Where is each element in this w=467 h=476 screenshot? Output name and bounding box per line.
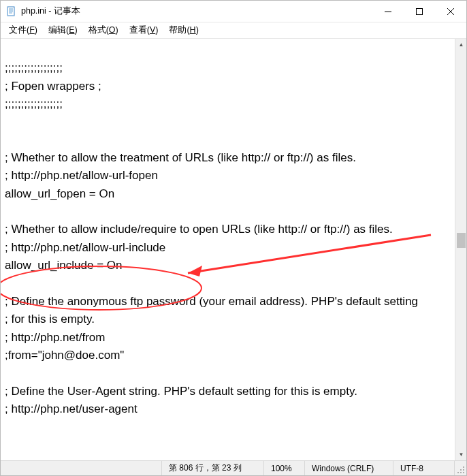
status-encoding: UTF-8 (393, 461, 454, 475)
minimize-button[interactable] (372, 1, 404, 22)
svg-point-12 (457, 472, 459, 473)
title-bar: php.ini - 记事本 (1, 1, 466, 22)
svg-point-14 (463, 472, 464, 473)
svg-point-13 (460, 472, 462, 473)
text-content[interactable]: ;;;;;;;;;;;;;;;;;; ; Fopen wrappers ; ;;… (1, 39, 455, 460)
resize-grip[interactable] (454, 461, 466, 475)
editor-area: ;;;;;;;;;;;;;;;;;; ; Fopen wrappers ; ;;… (1, 38, 466, 460)
status-bar: 第 806 行，第 23 列 100% Windows (CRLF) UTF-8 (1, 460, 466, 475)
menu-edit[interactable]: 编辑(E) (43, 23, 83, 37)
svg-point-11 (463, 469, 464, 471)
svg-rect-6 (417, 8, 423, 14)
status-position: 第 806 行，第 23 列 (161, 461, 263, 475)
svg-point-10 (460, 469, 462, 471)
window-title: php.ini - 记事本 (21, 5, 80, 17)
menu-help[interactable]: 帮助(H) (163, 23, 204, 37)
menu-view[interactable]: 查看(V) (124, 23, 164, 37)
notepad-icon (6, 6, 17, 17)
scroll-thumb[interactable] (457, 233, 466, 248)
status-spacer (1, 461, 161, 475)
menu-bar: 文件(F) 编辑(E) 格式(O) 查看(V) 帮助(H) (1, 22, 466, 37)
menu-file[interactable]: 文件(F) (3, 23, 43, 37)
status-eol: Windows (CRLF) (304, 461, 393, 475)
vertical-scrollbar[interactable]: ▲ ▼ (455, 39, 466, 460)
scroll-down-icon[interactable]: ▼ (455, 449, 467, 460)
maximize-button[interactable] (404, 1, 435, 22)
status-zoom: 100% (263, 461, 304, 475)
scroll-up-icon[interactable]: ▲ (455, 39, 467, 50)
close-button[interactable] (435, 1, 466, 22)
svg-point-9 (463, 466, 464, 468)
menu-format[interactable]: 格式(O) (83, 23, 124, 37)
